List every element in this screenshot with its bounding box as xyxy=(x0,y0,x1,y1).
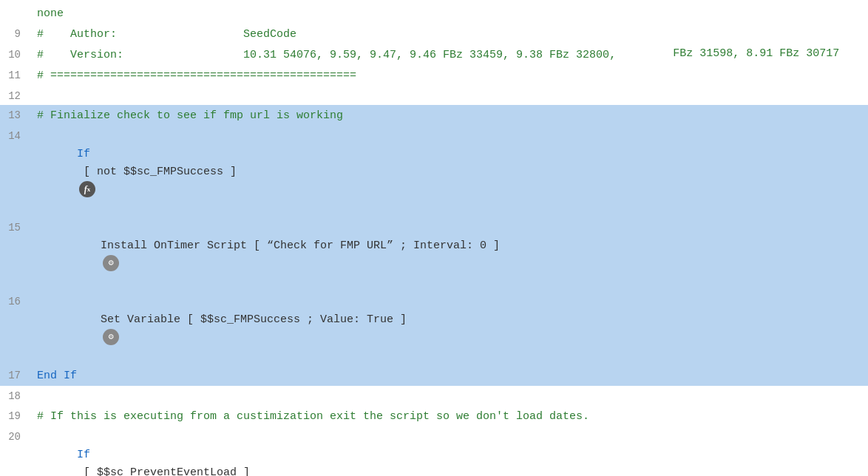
line-content-16: Set Variable [ $$sc_FMPSuccess ; Value: … xyxy=(31,292,868,364)
line-number-18: 18 xyxy=(0,387,31,404)
code-line-15: 15 Install OnTimer Script [ “Check for F… xyxy=(0,217,868,291)
function-text-15: Install OnTimer Script [ “Check for FMP … xyxy=(101,239,506,252)
code-container: none 9 # Author: SeedCode 10 # Version: … xyxy=(0,0,868,476)
line-number-20: 20 xyxy=(0,427,31,445)
code-line-20: 20 If [ $$sc_PreventEventLoad ] xyxy=(0,426,868,476)
line-content-14: If [ not $$sc_FMPSuccess ] fx xyxy=(31,126,868,217)
line-content-13: # Finialize check to see if fmp url is w… xyxy=(31,106,868,125)
line-content-12 xyxy=(31,86,868,88)
line-content-18 xyxy=(31,387,868,388)
code-line-14: 14 If [ not $$sc_FMPSuccess ] fx xyxy=(0,126,868,217)
keyword-if-20: If xyxy=(77,449,90,461)
code-line-11: 11 # ===================================… xyxy=(0,65,868,86)
line-content-10-main: # Version: 10.31 54076, 9.59, 9.47, 9.46… xyxy=(31,45,616,64)
line-content-17: End If xyxy=(31,366,868,385)
gear-badge-15[interactable]: ⚙ xyxy=(103,255,119,271)
fx-badge-14[interactable]: fx xyxy=(79,181,95,197)
line-number-16: 16 xyxy=(0,292,31,310)
line-number-13: 13 xyxy=(0,106,31,123)
if-content-20: [ $$sc_PreventEventLoad ] xyxy=(77,466,250,476)
gear-badge-16[interactable]: ⚙ xyxy=(103,329,119,345)
code-line-10: 10 # Version: 10.31 54076, 9.59, 9.47, 9… xyxy=(0,44,868,65)
line-number-14: 14 xyxy=(0,126,31,144)
code-line-9: 9 # Author: SeedCode xyxy=(0,24,868,44)
line-content-9: # Author: SeedCode xyxy=(31,24,868,44)
line-number-15: 15 xyxy=(0,218,31,236)
code-line-18: 18 xyxy=(0,386,868,405)
code-line-19: 19 # If this is executing from a custimi… xyxy=(0,406,868,426)
code-line-none: none xyxy=(0,3,868,24)
keyword-if-14: If xyxy=(77,148,90,160)
line-number-12: 12 xyxy=(0,86,31,104)
line-content-20: If [ $$sc_PreventEventLoad ] xyxy=(31,427,868,476)
line-number-10: 10 xyxy=(0,45,31,63)
line-number-9: 9 xyxy=(0,24,31,42)
line-number-17: 17 xyxy=(0,366,31,384)
code-line-16: 16 Set Variable [ $$sc_FMPSuccess ; Valu… xyxy=(0,291,868,365)
code-line-12: 12 xyxy=(0,86,868,105)
line-content-19: # If this is executing from a custimizat… xyxy=(31,407,868,426)
line-content-11: # ======================================… xyxy=(31,66,868,85)
line-number-19: 19 xyxy=(0,407,31,424)
if-bracket-14: [ not $$sc_FMPSuccess ] xyxy=(77,166,243,178)
line-number-11: 11 xyxy=(0,66,31,84)
line-content-10-continuation: FBz 31598, 8.91 FBz 30717 xyxy=(616,45,839,63)
line-content-none: none xyxy=(31,4,868,23)
line-number-none xyxy=(0,4,31,5)
code-line-17: 17 End If xyxy=(0,365,868,386)
function-text-16: Set Variable [ $$sc_FMPSuccess ; Value: … xyxy=(101,313,413,326)
line-content-15: Install OnTimer Script [ “Check for FMP … xyxy=(31,218,868,290)
code-line-13: 13 # Finialize check to see if fmp url i… xyxy=(0,105,868,126)
